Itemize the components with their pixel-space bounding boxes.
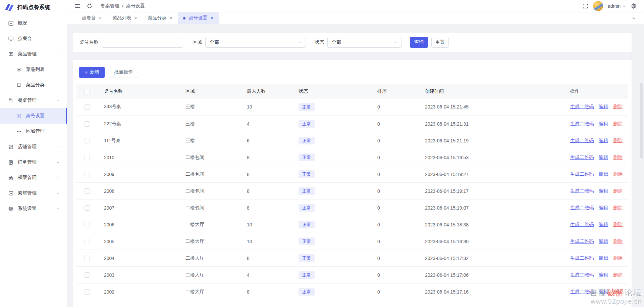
vertical-scrollbar[interactable] — [640, 83, 643, 159]
row-checkbox[interactable] — [85, 104, 90, 110]
status-select[interactable]: 全部 — [327, 37, 402, 48]
edit-link[interactable]: 编辑 — [599, 205, 608, 210]
edit-link[interactable]: 编辑 — [599, 104, 608, 109]
row-checkbox[interactable] — [85, 138, 90, 143]
sidebar-item-order-counter[interactable]: 点餐台 — [0, 31, 67, 46]
sidebar-item-material-management[interactable]: 素材管理 — [0, 185, 67, 201]
cell-table-name: 2004 — [104, 250, 185, 267]
add-button[interactable]: + 新增 — [79, 67, 105, 78]
generate-qrcode-link[interactable]: 生成二维码 — [570, 138, 594, 143]
generate-qrcode-link[interactable]: 生成二维码 — [570, 171, 594, 177]
delete-link[interactable]: 删除 — [613, 138, 623, 143]
sidebar-item-dish-management[interactable]: 菜品管理 — [0, 46, 67, 62]
query-button[interactable]: 查询 — [410, 37, 428, 48]
close-icon[interactable]: × — [211, 16, 213, 20]
table-row: 2010二楼包间8正常02023-06-04 15:19:53生成二维码编辑删除 — [76, 149, 628, 166]
status-badge: 正常 — [299, 204, 315, 212]
edit-link[interactable]: 编辑 — [599, 138, 608, 143]
generate-qrcode-link[interactable]: 生成二维码 — [570, 255, 594, 261]
delete-link[interactable]: 删除 — [613, 238, 623, 244]
delete-link[interactable]: 删除 — [613, 289, 623, 294]
reset-button[interactable]: 重置 — [431, 37, 449, 48]
delete-link[interactable]: 删除 — [613, 272, 623, 277]
cell-sort: 0 — [377, 183, 425, 200]
chevron-down-icon — [622, 4, 626, 8]
table-name-input[interactable] — [102, 37, 183, 48]
breadcrumb-item[interactable]: 餐桌管理 — [101, 3, 119, 9]
batch-operation-button[interactable]: 批量操作 — [109, 67, 138, 78]
sidebar-item-dish-category[interactable]: 菜品分类 — [0, 77, 67, 93]
delete-link[interactable]: 删除 — [613, 171, 623, 177]
close-icon[interactable]: × — [169, 16, 172, 20]
sidebar-item-table-management[interactable]: 餐桌管理 — [0, 93, 67, 108]
sidebar-item-overview[interactable]: 概况 — [0, 15, 67, 31]
edit-link[interactable]: 编辑 — [599, 289, 608, 294]
generate-qrcode-link[interactable]: 生成二维码 — [570, 188, 594, 193]
sidebar-item-table-number-setting[interactable]: 桌号设置 — [0, 108, 67, 124]
app-logo-icon — [4, 3, 14, 11]
area-select[interactable]: 全部 — [205, 37, 306, 48]
delete-link[interactable]: 删除 — [613, 121, 623, 126]
row-checkbox[interactable] — [85, 155, 90, 160]
close-icon[interactable]: × — [134, 16, 137, 20]
delete-link[interactable]: 删除 — [613, 155, 623, 160]
delete-link[interactable]: 删除 — [613, 188, 623, 193]
edit-link[interactable]: 编辑 — [599, 255, 608, 261]
row-checkbox[interactable] — [85, 239, 90, 244]
row-checkbox[interactable] — [85, 272, 90, 278]
edit-link[interactable]: 编辑 — [599, 188, 608, 193]
row-checkbox[interactable] — [85, 205, 90, 211]
cell-table-name: 222号桌 — [104, 116, 185, 132]
edit-link[interactable]: 编辑 — [599, 155, 608, 160]
row-checkbox[interactable] — [85, 188, 90, 194]
col-header-area: 区域 — [185, 84, 247, 99]
delete-link[interactable]: 删除 — [613, 222, 623, 227]
cell-area: 二楼大厅 — [185, 283, 247, 300]
generate-qrcode-link[interactable]: 生成二维码 — [570, 222, 594, 227]
col-header-sort: 排序 — [377, 84, 425, 99]
sidebar-item-label: 系统设置 — [18, 206, 37, 212]
sidebar-item-area-management[interactable]: 区域管理 — [0, 124, 67, 139]
generate-qrcode-link[interactable]: 生成二维码 — [570, 155, 594, 160]
edit-link[interactable]: 编辑 — [599, 121, 608, 126]
user-avatar[interactable] — [593, 1, 603, 11]
edit-link[interactable]: 编辑 — [599, 222, 608, 227]
tab-order-counter[interactable]: 点餐台× — [76, 12, 107, 24]
sidebar-item-label: 菜品列表 — [26, 67, 45, 73]
generate-qrcode-link[interactable]: 生成二维码 — [570, 272, 594, 277]
table-row: 2007二楼包间8正常02023-06-04 15:19:07生成二维码编辑删除 — [76, 200, 628, 216]
generate-qrcode-link[interactable]: 生成二维码 — [570, 238, 594, 244]
sidebar-item-order-management[interactable]: 订单管理 — [0, 155, 67, 170]
select-all-checkbox[interactable] — [85, 89, 90, 94]
cell-area: 二楼包间 — [185, 200, 247, 216]
delete-link[interactable]: 删除 — [613, 104, 623, 109]
sidebar-item-permission-management[interactable]: 权限管理 — [0, 170, 67, 185]
generate-qrcode-link[interactable]: 生成二维码 — [570, 205, 594, 210]
sidebar-item-system-settings[interactable]: 系统设置 — [0, 201, 67, 216]
edit-link[interactable]: 编辑 — [599, 238, 608, 244]
row-checkbox[interactable] — [85, 222, 90, 227]
row-checkbox[interactable] — [85, 289, 90, 295]
tab-list-chevron-down-icon[interactable] — [632, 16, 636, 20]
tab-dish-category[interactable]: 菜品分类× — [142, 12, 177, 24]
delete-link[interactable]: 删除 — [613, 205, 623, 210]
row-checkbox[interactable] — [85, 172, 90, 177]
tab-dish-list[interactable]: 菜品列表× — [107, 12, 142, 24]
generate-qrcode-link[interactable]: 生成二维码 — [570, 121, 594, 126]
collapse-menu-icon[interactable] — [74, 3, 80, 9]
edit-link[interactable]: 编辑 — [599, 272, 608, 277]
sidebar-item-shop-management[interactable]: 店铺管理 — [0, 139, 67, 155]
delete-link[interactable]: 删除 — [613, 255, 623, 261]
tab-table-number-setting[interactable]: 桌号设置× — [178, 12, 219, 24]
close-icon[interactable]: × — [99, 16, 102, 20]
row-checkbox[interactable] — [85, 256, 90, 261]
generate-qrcode-link[interactable]: 生成二维码 — [570, 104, 594, 109]
edit-link[interactable]: 编辑 — [599, 171, 608, 177]
settings-gear-icon[interactable] — [631, 3, 637, 9]
user-menu[interactable]: admin — [608, 3, 626, 9]
row-checkbox[interactable] — [85, 121, 90, 127]
refresh-icon[interactable] — [87, 3, 93, 9]
sidebar-item-dish-list[interactable]: 菜品列表 — [0, 62, 67, 77]
fullscreen-icon[interactable] — [582, 3, 588, 9]
generate-qrcode-link[interactable]: 生成二维码 — [570, 289, 594, 294]
